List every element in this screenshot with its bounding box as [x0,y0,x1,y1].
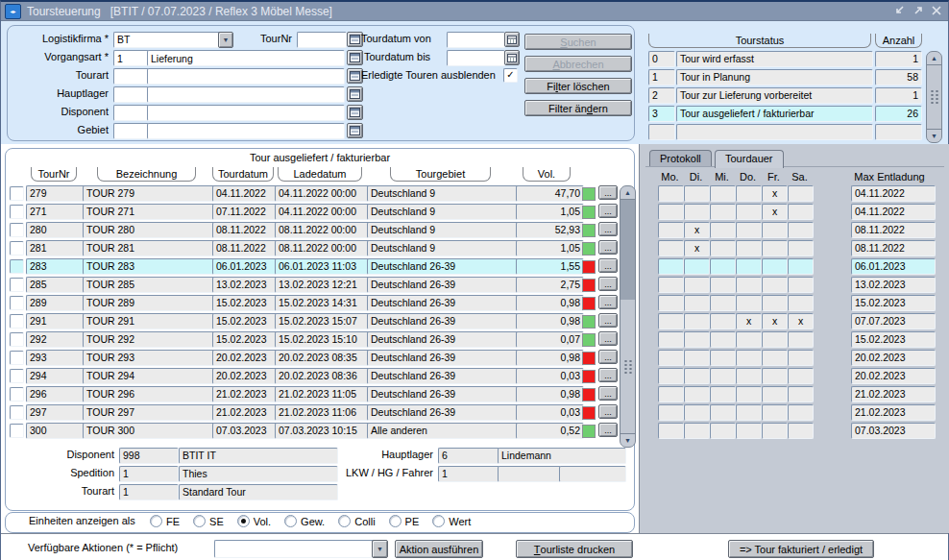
row-details-button[interactable]: ... [598,222,618,236]
day-cell-do[interactable] [736,386,762,402]
day-cell-mi[interactable] [710,313,736,329]
cell-bezeichnung[interactable]: TOUR 296 [83,386,216,402]
row-checkbox[interactable] [10,387,24,402]
cell-tourdatum[interactable]: 20.02.2023 [212,350,280,366]
cell-tournr[interactable]: 279 [26,185,86,202]
row-checkbox[interactable] [10,278,24,292]
day-cell-mi[interactable] [710,404,736,421]
day-cell-mo[interactable] [658,386,684,402]
cell-ladedatum[interactable]: 21.02.2023 11:05 [275,386,371,402]
tour-row[interactable]: 292TOUR 29215.02.202315.02.2023 15:10Deu… [6,330,634,349]
cell-tourgebiet[interactable]: Deutschland 9 [367,240,520,256]
tourstatus-text-cell[interactable] [676,124,873,140]
tourstatus-code-cell[interactable]: 3 [648,106,675,122]
cell-tournr[interactable]: 300 [26,423,86,439]
tourstatus-row[interactable]: 1Tour in Planung58 [643,68,926,86]
tourdatum-von-input[interactable] [447,32,505,48]
day-cell-do[interactable] [736,204,762,220]
day-cell-do[interactable] [736,423,762,439]
cell-bezeichnung[interactable]: TOUR 294 [83,368,216,384]
day-cell-sa[interactable] [788,368,814,384]
tour-row[interactable]: 293TOUR 29320.02.202320.02.2023 08:35Deu… [6,349,634,367]
row-checkbox[interactable] [10,405,24,420]
tour-table-scrollbar[interactable]: ▲ ▼ [620,185,636,448]
cell-bezeichnung[interactable]: TOUR 300 [83,423,216,439]
radio-option-pe[interactable]: PE [389,515,420,527]
tourdatum-von-calendar-button[interactable] [504,32,520,47]
tour-row[interactable]: 281TOUR 28108.11.202208.11.2022 00:00Deu… [6,239,634,257]
abbrechen-button[interactable]: Abbrechen [524,56,632,72]
cell-tourgebiet[interactable]: Deutschland 26-39 [367,350,520,366]
day-cell-sa[interactable] [788,258,814,275]
day-cell-di[interactable] [684,331,710,348]
day-cell-do[interactable] [736,350,762,366]
row-details-button[interactable]: ... [598,185,618,200]
cell-tourdatum[interactable]: 06.01.2023 [212,258,280,275]
tourart-code-input[interactable] [113,68,149,85]
row-details-button[interactable]: ... [598,277,618,291]
row-details-button[interactable]: ... [598,240,618,255]
tourdatum-bis-calendar-button[interactable] [504,50,520,65]
radio-button[interactable] [432,515,445,527]
day-cell-sa[interactable] [788,185,814,202]
cell-ladedatum[interactable]: 06.01.2023 11:03 [275,258,371,275]
logistikfirma-dropdown-button[interactable]: ▼ [218,32,233,48]
day-cell-fr[interactable] [762,295,788,311]
tourstatus-text-cell[interactable]: Tour in Planung [676,69,873,85]
tourstatus-code-cell[interactable]: 0 [648,51,675,67]
cell-tourgebiet[interactable]: Deutschland 9 [367,222,520,238]
cell-tourdatum[interactable]: 21.02.2023 [212,404,280,421]
tour-row[interactable]: 300TOUR 30007.03.202307.03.2023 10:15All… [6,422,634,440]
row-checkbox[interactable] [10,424,24,438]
row-checkbox[interactable] [10,314,24,329]
cell-vol[interactable]: 52,93 [516,222,584,238]
day-cell-fr[interactable] [762,404,788,421]
radio-option-gew[interactable]: Gew. [284,515,325,527]
day-cell-fr[interactable] [762,368,788,384]
radio-button[interactable] [150,515,162,527]
cell-bezeichnung[interactable]: TOUR 281 [83,240,216,256]
tourstatus-anzahl-cell[interactable]: 58 [875,69,922,85]
radio-button[interactable] [193,515,206,527]
day-cell-fr[interactable]: x [762,185,788,202]
row-checkbox[interactable] [10,223,24,237]
cell-tourdatum[interactable]: 07.03.2023 [212,423,280,439]
cell-tourgebiet[interactable]: Deutschland 26-39 [367,386,520,402]
day-cell-di[interactable] [684,295,710,311]
cell-ladedatum[interactable]: 08.11.2022 00:00 [275,240,371,256]
hauptlager-text-input[interactable] [147,86,345,103]
day-cell-mi[interactable] [710,295,736,311]
scroll-down-button[interactable]: ▼ [620,433,635,447]
cell-tournr[interactable]: 283 [26,258,86,275]
tab-tourdauer[interactable]: Tourdauer [715,150,784,168]
day-cell-mi[interactable] [710,368,736,384]
cell-ladedatum[interactable]: 15.02.2023 15:10 [275,331,371,348]
day-cell-sa[interactable] [788,240,814,256]
cell-bezeichnung[interactable]: TOUR 271 [83,204,216,220]
tourstatus-anzahl-cell[interactable]: 1 [875,51,922,67]
row-details-button[interactable]: ... [598,368,618,382]
tour-row[interactable]: 297TOUR 29721.02.202321.02.2023 11:06Deu… [6,403,634,422]
cell-tournr[interactable]: 280 [26,222,86,238]
cell-tourgebiet[interactable]: Deutschland 26-39 [367,404,520,421]
day-cell-do[interactable] [736,240,762,256]
cell-tournr[interactable]: 296 [26,386,86,402]
row-details-button[interactable]: ... [598,204,618,218]
tour-row[interactable]: 279TOUR 27904.11.202204.11.2022 00:00Deu… [6,184,634,203]
cell-vol[interactable]: 0,52 [516,423,584,439]
day-cell-mi[interactable] [710,386,736,402]
cell-tournr[interactable]: 271 [26,204,86,220]
day-cell-fr[interactable] [762,258,788,275]
day-cell-do[interactable] [736,222,762,238]
day-cell-mi[interactable] [710,240,736,256]
day-cell-mi[interactable] [710,277,736,293]
day-cell-do[interactable] [736,404,762,421]
cell-tourdatum[interactable]: 20.02.2023 [212,368,280,384]
day-cell-di[interactable] [684,386,710,402]
day-cell-mo[interactable] [658,313,684,329]
cell-tourgebiet[interactable]: Deutschland 26-39 [367,277,520,293]
row-checkbox[interactable] [10,332,24,347]
row-checkbox[interactable] [10,296,24,310]
cell-vol[interactable]: 2,75 [516,277,584,293]
cell-tourdatum[interactable]: 08.11.2022 [212,240,280,256]
